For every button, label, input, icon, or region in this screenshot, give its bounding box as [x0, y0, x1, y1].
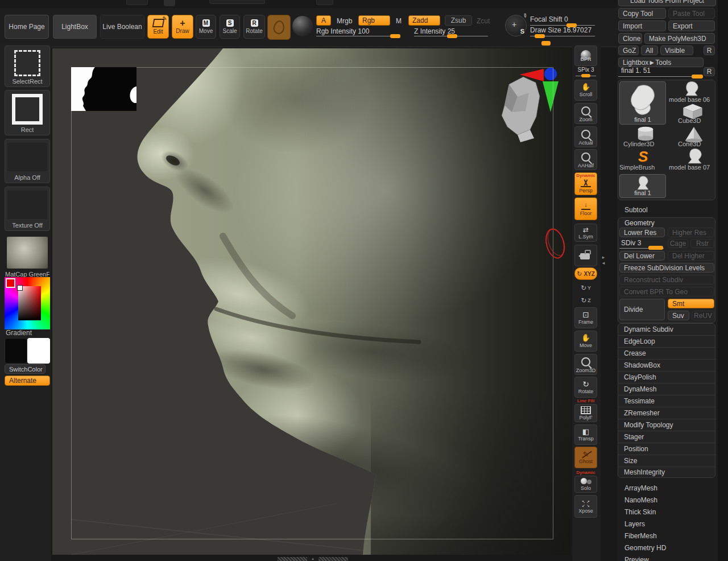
- lightbox-button[interactable]: LightBox: [53, 15, 97, 39]
- clone-button[interactable]: Clone: [618, 33, 642, 44]
- xpose-button[interactable]: ↖↗↙↘ Xpose: [574, 495, 597, 518]
- polyframe-button[interactable]: PolyF: [574, 404, 597, 422]
- section-fibermesh[interactable]: FiberMesh: [624, 532, 657, 540]
- goz-all-button[interactable]: All: [641, 46, 658, 55]
- actual-button[interactable]: Actual: [574, 126, 597, 147]
- spix-handle[interactable]: [581, 74, 590, 77]
- rotate-y-button[interactable]: ↻ Y: [577, 282, 595, 294]
- home-page-button[interactable]: Home Page: [5, 15, 49, 39]
- focal-shift-slider[interactable]: [530, 25, 595, 26]
- section-zremesher[interactable]: ZRemesher: [618, 407, 715, 419]
- rstr-button[interactable]: Rstr: [690, 239, 714, 248]
- floor-button[interactable]: ↓ Floor: [574, 197, 597, 220]
- section-meshintegrity[interactable]: MeshIntegrity: [618, 467, 715, 477]
- section-tessimate[interactable]: Tessimate: [618, 395, 715, 407]
- sphere-icon-button[interactable]: [292, 16, 313, 36]
- alpha-off-button[interactable]: Alpha Off: [5, 139, 50, 183]
- cylinder3d-label[interactable]: Cylinder3D: [623, 141, 654, 147]
- section-layers[interactable]: Layers: [624, 520, 645, 528]
- live-boolean-button[interactable]: Live Boolean: [100, 15, 144, 39]
- rgb-intensity-handle[interactable]: [390, 34, 400, 38]
- switchcolor-button[interactable]: SwitchColor: [5, 364, 46, 374]
- tool-thumb-final1-bust[interactable]: final 1: [619, 174, 666, 198]
- section-thick-skin[interactable]: Thick Skin: [624, 508, 656, 516]
- draw-button[interactable]: + Draw: [172, 15, 193, 39]
- reconstruct-subdiv-button[interactable]: Reconstruct Subdiv: [619, 275, 714, 284]
- tool-thumb-model07[interactable]: [684, 148, 706, 164]
- freeze-subdivision-button[interactable]: Freeze SubDivision Levels: [619, 263, 714, 273]
- move-3d-button[interactable]: ✋ Move: [574, 331, 597, 352]
- lock-camera-button[interactable]: [574, 245, 597, 266]
- rotate-z-button[interactable]: ↻ Z: [577, 295, 595, 306]
- goz-button[interactable]: GoZ: [618, 46, 639, 55]
- gradient-label[interactable]: Gradient: [6, 329, 32, 337]
- model06-label[interactable]: model base 06: [669, 96, 710, 103]
- solo-button[interactable]: Solo: [574, 476, 597, 493]
- subtool-section-header[interactable]: Subtool: [624, 206, 648, 214]
- section-arraymesh[interactable]: ArrayMesh: [624, 484, 657, 492]
- color-picker[interactable]: [5, 277, 50, 329]
- m-toggle[interactable]: M: [396, 17, 402, 25]
- rotate-3d-button[interactable]: ↻ Rotate: [574, 377, 597, 398]
- rotate-button[interactable]: R Rotate: [243, 15, 265, 39]
- matcap-button[interactable]: MatCap GreenF: [5, 232, 50, 280]
- main-color-swatch[interactable]: [5, 338, 27, 364]
- zoom3d-button[interactable]: Zoom3D: [574, 354, 597, 375]
- rgb-intensity-slider[interactable]: [316, 36, 399, 36]
- mrgb-toggle[interactable]: Mrgb: [337, 17, 352, 25]
- rgb-toggle[interactable]: Rgb: [358, 15, 390, 26]
- scrollbar-grip-icon[interactable]: ▲: [307, 557, 318, 561]
- section-shadowbox[interactable]: ShadowBox: [618, 360, 715, 372]
- goz-r-button[interactable]: R: [704, 46, 715, 55]
- tool-thumb-final1[interactable]: final 1: [619, 81, 666, 125]
- document-canvas[interactable]: [52, 48, 570, 555]
- section-geometry-hd[interactable]: Geometry HD: [624, 544, 666, 552]
- section-dynamic-subdiv[interactable]: Dynamic Subdiv: [618, 324, 715, 336]
- panel-splitter-close[interactable]: ◂: [601, 261, 606, 266]
- model07-label[interactable]: model base 07: [669, 164, 710, 171]
- bpr-button[interactable]: BPR: [574, 46, 597, 66]
- active-tool-slider[interactable]: [618, 76, 701, 77]
- divide-button[interactable]: Divide: [619, 299, 665, 320]
- doc-scroll-marker[interactable]: [541, 41, 551, 46]
- scale-button[interactable]: S Scale: [220, 15, 240, 39]
- alternate-button[interactable]: Alternate: [5, 376, 50, 386]
- paste-tool-button[interactable]: Paste Tool: [668, 8, 715, 19]
- active-tool-handle[interactable]: [692, 75, 703, 79]
- section-preview[interactable]: Preview: [624, 556, 649, 561]
- smt-toggle[interactable]: Smt: [668, 299, 714, 308]
- edit-button[interactable]: ✎ Edit: [147, 15, 169, 39]
- reuv-button[interactable]: ReUV: [692, 311, 714, 320]
- section-claypolish[interactable]: ClayPolish: [618, 372, 715, 383]
- a-toggle[interactable]: A: [316, 15, 331, 26]
- convert-bpr-button[interactable]: Convert BPR To Geo: [619, 287, 714, 296]
- tool-thumb-model06[interactable]: [681, 81, 702, 97]
- secondary-color-swatch[interactable]: [27, 338, 50, 364]
- copy-tool-button[interactable]: Copy Tool: [618, 8, 666, 19]
- geometry-section-header[interactable]: Geometry: [624, 219, 655, 227]
- saturation-value-box[interactable]: [18, 286, 41, 320]
- tool-r-button[interactable]: R: [704, 67, 715, 76]
- lower-res-button[interactable]: Lower Res: [619, 228, 665, 237]
- draw-size-handle[interactable]: [535, 34, 545, 38]
- section-size[interactable]: Size: [618, 455, 715, 467]
- simplebrush-label[interactable]: SimpleBrush: [619, 164, 655, 171]
- section-crease[interactable]: Crease: [618, 348, 715, 360]
- zcut-toggle[interactable]: Zcut: [477, 17, 490, 25]
- cage-button[interactable]: Cage: [668, 239, 688, 248]
- local-symmetry-button[interactable]: ⇄ L.Sym: [574, 224, 597, 242]
- zoom-button[interactable]: Zoom: [574, 103, 597, 124]
- zsub-toggle[interactable]: Zsub: [445, 15, 472, 26]
- goz-visible-button[interactable]: Visible: [660, 46, 693, 55]
- section-position[interactable]: Position: [618, 443, 715, 455]
- aahalf-button[interactable]: AAHalf: [574, 149, 597, 170]
- stroke-rect-button[interactable]: Rect: [5, 90, 50, 135]
- stroke-selectrect-button[interactable]: SelectRect: [5, 46, 50, 87]
- import-button[interactable]: Import: [618, 20, 666, 31]
- section-nanomesh[interactable]: NanoMesh: [624, 496, 657, 504]
- section-modify-topology[interactable]: Modify Topology: [618, 419, 715, 431]
- tool-thumb-simplebrush[interactable]: S: [638, 148, 648, 166]
- load-tools-button[interactable]: Load Tools From Project: [618, 0, 716, 6]
- rotate-xyz-button[interactable]: ↻ XYZ: [574, 267, 597, 280]
- lightbox-tools-button[interactable]: Lightbox►Tools: [618, 57, 704, 67]
